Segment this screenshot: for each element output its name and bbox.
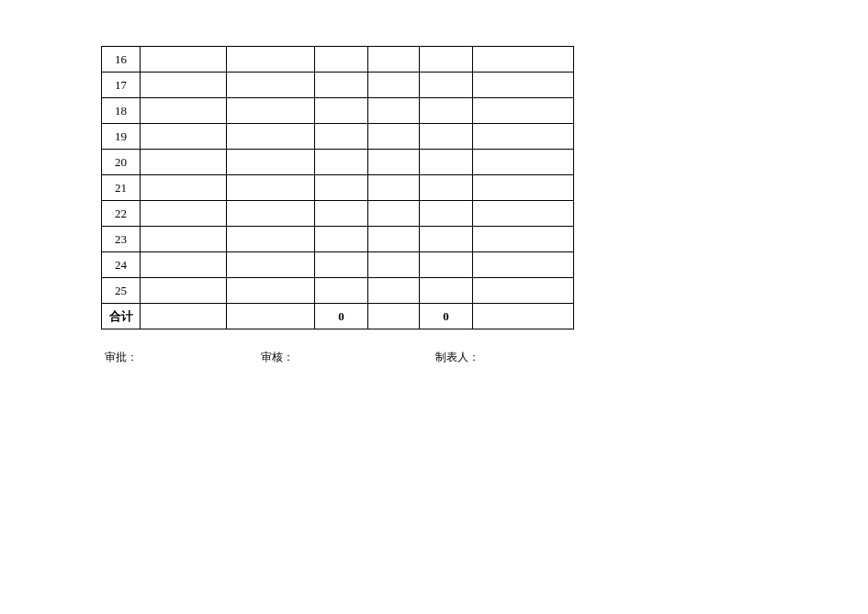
table-row: 23 <box>102 227 574 252</box>
cell <box>420 252 473 278</box>
cell <box>420 150 473 175</box>
cell-index: 21 <box>102 175 141 201</box>
data-table: 16 17 18 <box>101 46 574 329</box>
cell <box>141 47 227 73</box>
signature-preparer-label: 制表人： <box>435 350 479 365</box>
cell <box>420 124 473 150</box>
cell-index: 25 <box>102 278 141 304</box>
cell <box>473 124 574 150</box>
table-row: 25 <box>102 278 574 304</box>
cell <box>420 278 473 304</box>
cell <box>227 227 315 252</box>
cell <box>420 175 473 201</box>
cell <box>473 150 574 175</box>
table-row-total: 合计 0 0 <box>102 304 574 329</box>
signature-approve-label: 审批： <box>105 350 261 365</box>
cell <box>368 304 420 329</box>
cell-index: 20 <box>102 150 141 175</box>
cell <box>368 278 420 304</box>
cell <box>368 47 420 73</box>
cell-index: 16 <box>102 47 141 73</box>
table-row: 16 <box>102 47 574 73</box>
cell <box>473 98 574 124</box>
cell <box>420 98 473 124</box>
cell <box>368 73 420 98</box>
cell <box>315 201 368 227</box>
table-body: 16 17 18 <box>102 47 574 329</box>
cell <box>141 150 227 175</box>
cell <box>227 252 315 278</box>
cell <box>368 124 420 150</box>
cell <box>473 175 574 201</box>
cell-index: 22 <box>102 201 141 227</box>
cell <box>315 150 368 175</box>
cell <box>368 175 420 201</box>
cell <box>227 278 315 304</box>
cell <box>420 73 473 98</box>
table-row: 19 <box>102 124 574 150</box>
cell <box>368 150 420 175</box>
total-label: 合计 <box>102 304 141 329</box>
cell <box>473 278 574 304</box>
cell <box>315 252 368 278</box>
signature-review-label: 审核： <box>261 350 435 365</box>
cell <box>227 73 315 98</box>
cell <box>368 252 420 278</box>
cell <box>420 227 473 252</box>
table-row: 17 <box>102 73 574 98</box>
cell <box>227 47 315 73</box>
table-row: 24 <box>102 252 574 278</box>
cell <box>227 150 315 175</box>
cell <box>227 304 315 329</box>
cell <box>141 201 227 227</box>
cell <box>315 227 368 252</box>
total-value: 0 <box>420 304 473 329</box>
cell <box>368 98 420 124</box>
cell <box>141 73 227 98</box>
cell <box>473 227 574 252</box>
cell <box>420 47 473 73</box>
table-row: 22 <box>102 201 574 227</box>
cell <box>473 304 574 329</box>
cell <box>473 73 574 98</box>
cell <box>473 252 574 278</box>
cell <box>368 201 420 227</box>
cell <box>473 47 574 73</box>
cell-index: 17 <box>102 73 141 98</box>
signature-row: 审批： 审核： 制表人： <box>101 350 868 365</box>
table-row: 21 <box>102 175 574 201</box>
cell-index: 18 <box>102 98 141 124</box>
cell <box>141 98 227 124</box>
cell <box>473 201 574 227</box>
cell <box>141 252 227 278</box>
cell <box>227 124 315 150</box>
table-row: 18 <box>102 98 574 124</box>
cell <box>141 227 227 252</box>
cell <box>227 175 315 201</box>
cell <box>315 175 368 201</box>
cell <box>141 278 227 304</box>
table-row: 20 <box>102 150 574 175</box>
cell <box>227 201 315 227</box>
cell <box>420 201 473 227</box>
total-value: 0 <box>315 304 368 329</box>
cell <box>141 304 227 329</box>
cell <box>141 175 227 201</box>
cell <box>315 124 368 150</box>
cell <box>227 98 315 124</box>
cell <box>141 124 227 150</box>
cell <box>315 98 368 124</box>
cell <box>315 278 368 304</box>
cell-index: 24 <box>102 252 141 278</box>
cell <box>315 47 368 73</box>
cell <box>368 227 420 252</box>
cell-index: 19 <box>102 124 141 150</box>
cell-index: 23 <box>102 227 141 252</box>
cell <box>315 73 368 98</box>
